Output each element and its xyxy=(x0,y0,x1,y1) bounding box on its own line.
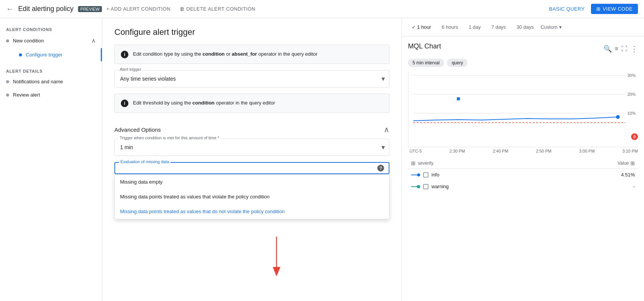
configure-trigger-bullet xyxy=(19,53,22,56)
alert-trigger-field: Alert trigger Any time series violates ▾ xyxy=(114,70,389,87)
right-panel: ✓ 1 hour 6 hours 1 day 7 days 30 days Cu… xyxy=(402,18,644,301)
sidebar-item-new-condition[interactable]: New condition ∧ xyxy=(0,33,102,48)
topbar: ← Edit alerting policy PREVIEW + ADD ALE… xyxy=(0,0,644,18)
alert-conditions-section: ALERT CONDITIONS xyxy=(0,24,102,33)
chart-area: 30% 20% 10% 0 xyxy=(408,72,638,147)
table-row: info 4.51% xyxy=(408,169,638,181)
view-code-button[interactable]: ⊞ VIEW CODE xyxy=(591,4,638,14)
chart-x-labels: UTC-5 2:30 PM 2:40 PM 2:50 PM 3:00 PM 3:… xyxy=(408,147,638,153)
table-icon: ⊞ xyxy=(411,160,416,166)
query-tag[interactable]: query xyxy=(447,59,467,67)
info-box-threshold: i Edit threshold by using the condition … xyxy=(114,94,389,113)
severity-table: ⊞ severity Value ⊞ xyxy=(408,158,638,192)
help-icon[interactable]: ? xyxy=(377,165,384,172)
value-columns-icon: ⊞ xyxy=(630,160,635,166)
missing-data-label: Evaluation of missing data xyxy=(119,159,170,164)
back-icon[interactable]: ← xyxy=(6,5,14,13)
center-panel: Configure alert trigger i Edit condition… xyxy=(102,18,402,301)
page-title: Edit alerting policy xyxy=(18,5,73,13)
sidebar-item-notifications[interactable]: Notifications and name xyxy=(0,75,102,88)
time-1hour-button[interactable]: ✓ 1 hour xyxy=(408,23,435,31)
review-alert-bullet xyxy=(6,94,9,97)
svg-text:20%: 20% xyxy=(627,92,636,97)
configure-trigger-label: Configure trigger xyxy=(26,52,63,58)
red-arrow-annotation xyxy=(254,233,299,282)
svg-text:30%: 30% xyxy=(627,73,636,78)
alert-trigger-label: Alert trigger xyxy=(118,67,143,72)
expand-icon: ∧ xyxy=(91,37,96,44)
time-6hours-button[interactable]: 6 hours xyxy=(438,23,462,31)
delete-alert-condition-button[interactable]: 🗑 DELETE ALERT CONDITION xyxy=(180,6,255,12)
svg-text:10%: 10% xyxy=(627,111,636,115)
custom-chevron-icon: ▾ xyxy=(559,24,562,30)
time-custom-button[interactable]: Custom ▾ xyxy=(541,24,562,30)
info-checkbox[interactable] xyxy=(423,172,428,178)
chart-title: MQL Chart xyxy=(408,42,441,50)
advanced-options-title: Advanced Options xyxy=(114,126,161,133)
trigger-duration-field: Trigger when condition is met for this a… xyxy=(114,139,389,156)
missing-data-select[interactable]: Evaluation of missing data ? xyxy=(114,162,389,174)
chart-container: MQL Chart 🔍 ≡ ⛶ ⋮ 5 min interval query xyxy=(402,36,644,301)
advanced-options-chevron-icon: ∧ xyxy=(384,125,389,134)
svg-rect-10 xyxy=(457,97,460,100)
review-alert-label: Review alert xyxy=(13,92,40,98)
info-text-1: Edit condition type by using the conditi… xyxy=(133,50,317,58)
missing-data-dropdown-menu: Missing data empty Missing data points t… xyxy=(114,174,389,219)
search-chart-icon[interactable]: 🔍 xyxy=(603,45,612,53)
warning-checkbox[interactable] xyxy=(423,184,428,189)
main-layout: ALERT CONDITIONS New condition ∧ Configu… xyxy=(0,18,644,301)
svg-point-9 xyxy=(616,115,620,119)
dropdown-item-0[interactable]: Missing data empty xyxy=(115,175,389,189)
info-text-2: Edit threshold by using the condition op… xyxy=(133,99,275,107)
more-icon[interactable]: ⋮ xyxy=(630,44,638,53)
info-icon-2: i xyxy=(121,100,128,107)
chart-svg: 30% 20% 10% xyxy=(408,72,638,132)
sidebar-item-review-alert[interactable]: Review alert xyxy=(0,88,102,101)
new-condition-bullet xyxy=(6,39,9,42)
dropdown-item-2[interactable]: Missing data points treated as values th… xyxy=(115,204,389,219)
info-icon-1: i xyxy=(121,51,128,58)
time-1day-button[interactable]: 1 day xyxy=(465,23,485,31)
interval-tag[interactable]: 5 min interval xyxy=(408,59,444,67)
legend-icon[interactable]: ≡ xyxy=(615,45,618,52)
check-icon: ✓ xyxy=(412,25,416,30)
table-row: warning - xyxy=(408,181,638,192)
alert-details-section: ALERT DETAILS xyxy=(0,66,102,75)
svg-marker-1 xyxy=(273,267,280,276)
sidebar-item-configure-trigger[interactable]: Configure trigger xyxy=(13,48,102,61)
severity-col-header: ⊞ severity xyxy=(408,158,558,169)
basic-query-button[interactable]: BASIC QUERY xyxy=(549,6,585,12)
alert-trigger-select[interactable]: Any time series violates xyxy=(114,70,389,87)
fullscreen-icon[interactable]: ⛶ xyxy=(621,45,627,52)
chart-tags: 5 min interval query xyxy=(408,59,638,67)
new-condition-label: New condition xyxy=(13,38,44,44)
notifications-bullet xyxy=(6,80,9,83)
time-7days-button[interactable]: 7 days xyxy=(488,23,510,31)
notifications-label: Notifications and name xyxy=(13,79,63,84)
value-col-header: Value ⊞ xyxy=(558,158,638,169)
time-30days-button[interactable]: 30 days xyxy=(513,23,538,31)
dropdown-item-1[interactable]: Missing data points treated as values th… xyxy=(115,189,389,204)
view-code-icon: ⊞ xyxy=(596,6,601,12)
info-box-condition-type: i Edit condition type by using the condi… xyxy=(114,45,389,64)
trigger-duration-select[interactable]: 1 min xyxy=(114,139,389,156)
missing-data-field: Evaluation of missing data ? Missing dat… xyxy=(114,162,389,174)
sidebar: ALERT CONDITIONS New condition ∧ Configu… xyxy=(0,18,102,301)
trigger-duration-label: Trigger when condition is met for this a… xyxy=(118,136,221,140)
preview-badge: PREVIEW xyxy=(78,6,102,12)
add-alert-condition-button[interactable]: + ADD ALERT CONDITION xyxy=(106,6,170,12)
alert-count-badge: 0 xyxy=(631,133,638,140)
time-range-toolbar: ✓ 1 hour 6 hours 1 day 7 days 30 days Cu… xyxy=(402,18,644,36)
panel-title: Configure alert trigger xyxy=(114,27,389,37)
